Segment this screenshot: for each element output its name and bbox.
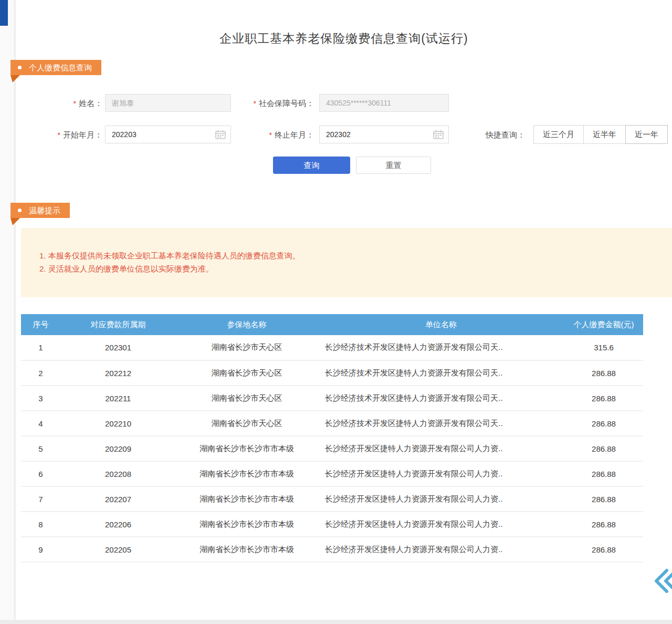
ssn-field[interactable]: 430525******306111: [319, 94, 449, 112]
cell-place: 湖南省长沙市长沙市市本级: [176, 436, 318, 461]
cell-no: 8: [21, 512, 60, 537]
query-button[interactable]: 查询: [273, 157, 350, 174]
name-label: *姓名：: [32, 99, 102, 109]
quick-query-label: 快捷查询：: [486, 130, 525, 140]
cell-amount: 286.88: [564, 360, 643, 386]
left-rail: [0, 0, 15, 624]
payment-table: 序号 对应费款所属期 参保地名称 单位名称 个人缴费金额(元) 1202301湖…: [21, 314, 643, 563]
notice-line-1: 1. 本服务仅提供尚未领取企业职工基本养老保险待遇人员的缴费信息查询。: [39, 249, 656, 262]
table-row: 2202212湖南省长沙市天心区长沙经济技术开发区捷特人力资源开发有限公司天..…: [21, 360, 643, 386]
col-header-company: 单位名称: [318, 314, 564, 335]
cell-period: 202208: [60, 461, 176, 486]
calendar-icon[interactable]: [215, 130, 226, 139]
cell-amount: 286.88: [564, 486, 643, 512]
cell-place: 湖南省长沙市长沙市市本级: [176, 512, 318, 537]
cell-place: 湖南省长沙市长沙市市本级: [176, 461, 318, 486]
cell-amount: 286.88: [564, 436, 643, 461]
required-asterisk: *: [74, 99, 76, 108]
cell-company: 长沙经济开发区捷特人力资源开发有限公司人力资..: [318, 486, 564, 512]
cell-no: 5: [21, 436, 60, 461]
table-header-row: 序号 对应费款所属期 参保地名称 单位名称 个人缴费金额(元): [21, 314, 643, 335]
table-row: 6202208湖南省长沙市长沙市市本级长沙经济开发区捷特人力资源开发有限公司人力…: [21, 461, 643, 486]
cell-amount: 286.88: [564, 537, 643, 562]
table-row: 3202211湖南省长沙市天心区长沙经济技术开发区捷特人力资源开发有限公司天..…: [21, 386, 643, 411]
cell-place: 湖南省长沙市天心区: [176, 360, 318, 386]
required-asterisk: *: [254, 99, 256, 108]
cell-company: 长沙经济开发区捷特人力资源开发有限公司人力资..: [318, 461, 564, 486]
bullet-dot-icon: [18, 209, 22, 212]
notice-line-2: 2. 灵活就业人员的缴费单位信息以实际缴费为准。: [39, 262, 656, 275]
start-month-field[interactable]: 202203: [105, 126, 231, 143]
cell-no: 3: [21, 386, 60, 411]
quick-query-group: 近三个月 近半年 近一年: [533, 125, 668, 144]
cell-no: 2: [21, 360, 60, 386]
cell-company: 长沙经济技术开发区捷特人力资源开发有限公司天..: [318, 335, 564, 360]
table-row: 7202207湖南省长沙市长沙市市本级长沙经济开发区捷特人力资源开发有限公司人力…: [21, 486, 643, 512]
cell-no: 1: [21, 335, 60, 360]
calendar-icon[interactable]: [433, 130, 444, 139]
table-row: 9202205湖南省长沙市长沙市市本级长沙经济开发区捷特人力资源开发有限公司人力…: [21, 537, 643, 562]
cell-place: 湖南省长沙市长沙市市本级: [176, 537, 318, 562]
cell-no: 6: [21, 461, 60, 486]
cell-place: 湖南省长沙市天心区: [176, 335, 318, 360]
cell-company: 长沙经济技术开发区捷特人力资源开发有限公司天..: [318, 386, 564, 411]
end-month-field[interactable]: 202302: [319, 126, 449, 143]
cell-no: 4: [21, 411, 60, 436]
cell-amount: 315.6: [564, 335, 643, 360]
start-month-label: *开始年月：: [32, 130, 102, 140]
sidebar-corner-tab: [0, 0, 8, 26]
cell-amount: 286.88: [564, 512, 643, 537]
cell-period: 202205: [60, 537, 176, 562]
required-asterisk: *: [269, 131, 272, 139]
cell-company: 长沙经济开发区捷特人力资源开发有限公司人力资..: [318, 436, 564, 461]
cell-period: 202212: [60, 360, 176, 386]
cell-company: 长沙经济开发区捷特人力资源开发有限公司人力资..: [318, 537, 564, 562]
ssn-label: *社会保障号码：: [236, 99, 314, 109]
cell-company: 长沙经济开发区捷特人力资源开发有限公司人力资..: [318, 512, 564, 537]
cell-period: 202207: [60, 486, 176, 512]
bottom-strip: [0, 620, 672, 624]
cell-no: 7: [21, 486, 60, 512]
col-header-period: 对应费款所属期: [60, 314, 176, 335]
cell-no: 9: [21, 537, 60, 562]
section-badge-query: 个人缴费信息查询: [10, 60, 101, 75]
table-row: 1202301湖南省长沙市天心区长沙经济技术开发区捷特人力资源开发有限公司天..…: [21, 335, 643, 360]
name-field[interactable]: 谢旭泰: [105, 94, 231, 112]
col-header-place: 参保地名称: [176, 314, 318, 335]
notice-box: 1. 本服务仅提供尚未领取企业职工基本养老保险待遇人员的缴费信息查询。 2. 灵…: [21, 228, 672, 297]
col-header-no: 序号: [21, 314, 60, 335]
cell-amount: 286.88: [564, 461, 643, 486]
cell-place: 湖南省长沙市天心区: [176, 411, 318, 436]
section-badge-tips: 温馨提示: [10, 203, 70, 218]
collapse-panel-button[interactable]: [653, 568, 672, 594]
quick-btn-1year[interactable]: 近一年: [625, 125, 668, 144]
bullet-dot-icon: [18, 66, 22, 69]
cell-company: 长沙经济技术开发区捷特人力资源开发有限公司天..: [318, 360, 564, 386]
cell-period: 202211: [60, 386, 176, 411]
cell-period: 202210: [60, 411, 176, 436]
table-row: 4202210湖南省长沙市天心区长沙经济技术开发区捷特人力资源开发有限公司天..…: [21, 411, 643, 436]
cell-place: 湖南省长沙市天心区: [176, 386, 318, 411]
cell-amount: 286.88: [564, 411, 643, 436]
cell-company: 长沙经济技术开发区捷特人力资源开发有限公司天..: [318, 411, 564, 436]
cell-period: 202301: [60, 335, 176, 360]
table-row: 5202209湖南省长沙市长沙市市本级长沙经济开发区捷特人力资源开发有限公司人力…: [21, 436, 643, 461]
section-badge-query-label: 个人缴费信息查询: [29, 63, 92, 72]
reset-button[interactable]: 重置: [356, 157, 431, 174]
table-row: 8202206湖南省长沙市长沙市市本级长沙经济开发区捷特人力资源开发有限公司人力…: [21, 512, 643, 537]
cell-period: 202206: [60, 512, 176, 537]
quick-btn-halfyear[interactable]: 近半年: [583, 125, 626, 144]
cell-amount: 286.88: [564, 386, 643, 411]
col-header-amount: 个人缴费金额(元): [564, 314, 643, 335]
required-asterisk: *: [58, 131, 60, 139]
page-title: 企业职工基本养老保险缴费信息查询(试运行): [16, 30, 672, 47]
cell-period: 202209: [60, 436, 176, 461]
section-badge-tips-label: 温馨提示: [29, 206, 60, 215]
cell-place: 湖南省长沙市长沙市市本级: [176, 486, 318, 512]
end-month-label: *终止年月：: [236, 130, 314, 140]
quick-btn-3months[interactable]: 近三个月: [533, 125, 584, 144]
double-chevron-left-icon: [653, 568, 672, 594]
